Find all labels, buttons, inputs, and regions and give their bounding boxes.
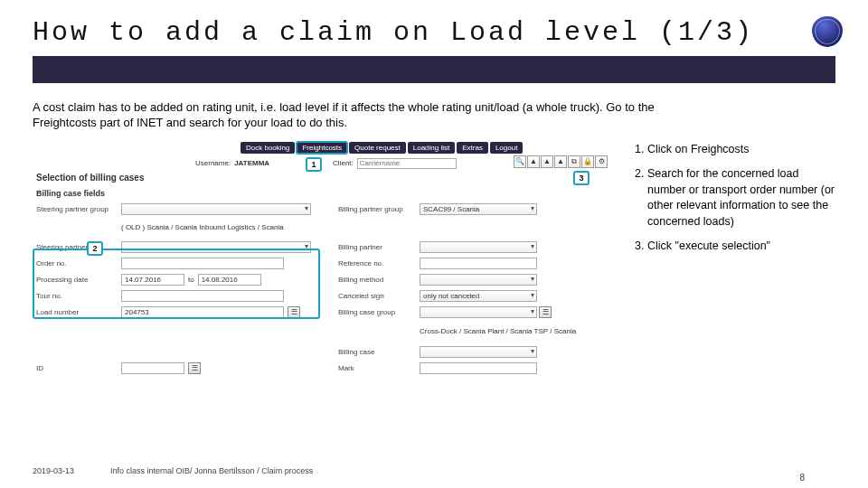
- canceled-sign-label: Canceled sign: [338, 292, 420, 300]
- billing-partner-select[interactable]: [420, 241, 537, 253]
- flag-red-icon[interactable]: ▲: [527, 155, 540, 168]
- billing-partner-label: Billing partner: [338, 243, 420, 251]
- tab-dock-booking[interactable]: Dock booking: [241, 142, 295, 154]
- steering-partner-group-label: Steering partner group: [36, 205, 121, 213]
- instructions-list: Click on Freighcosts Search for the conc…: [627, 142, 835, 377]
- search-icon[interactable]: 🔍: [514, 155, 526, 168]
- tab-logout[interactable]: Logout: [490, 142, 523, 154]
- section-title-fields: Billing case fields: [36, 189, 105, 198]
- steering-partner-group-select[interactable]: [121, 203, 311, 215]
- instruction-3: Click "execute selection": [647, 239, 835, 255]
- section-title-selection: Selection of billing cases: [36, 173, 144, 183]
- copy-icon[interactable]: ⧉: [568, 155, 580, 168]
- id-picker-button[interactable]: ☰: [188, 362, 201, 374]
- page-number: 8: [799, 473, 805, 483]
- instruction-1: Click on Freighcosts: [647, 142, 835, 158]
- slide-footer: 2019-03-13 Info class internal OIB/ Jonn…: [33, 466, 313, 475]
- tab-extras[interactable]: Extras: [457, 142, 488, 154]
- billing-partner-group-label: Billing partner group: [338, 205, 420, 213]
- nav-tabs: Dock booking Freightcosts Quote request …: [241, 142, 523, 154]
- title-accent-bar: [33, 56, 835, 83]
- billing-method-label: Billing method: [338, 276, 420, 284]
- steering-partner-group-value: ( OLD ) Scania / Scania Inbound Logistic…: [121, 224, 284, 232]
- gear-icon[interactable]: ⚙: [595, 155, 608, 168]
- slide-title: How to add a claim on Load level (1/3): [33, 16, 835, 51]
- footer-info: Info class internal OIB/ Jonna Bertilsso…: [110, 466, 313, 475]
- billing-case-group-value: Cross-Dock / Scania Plant / Scania TSP /…: [420, 328, 576, 336]
- client-label: Client:: [333, 159, 354, 167]
- intro-paragraph: A cost claim has to be added on rating u…: [33, 99, 665, 131]
- app-screenshot: Dock booking Freightcosts Quote request …: [33, 142, 611, 377]
- flag-yellow-icon[interactable]: ▲: [541, 155, 553, 168]
- mark-label: Mark: [338, 364, 420, 372]
- tab-freightcosts[interactable]: Freightcosts: [297, 142, 347, 154]
- billing-case-group-select[interactable]: [420, 306, 537, 318]
- tab-quote-request[interactable]: Quote request: [349, 142, 406, 154]
- billing-partner-group-select[interactable]: SCAC99 / Scania: [420, 203, 537, 215]
- billing-case-group-label: Billing case group: [338, 308, 420, 316]
- lock-icon[interactable]: 🔒: [581, 155, 594, 168]
- reference-no-input[interactable]: [420, 258, 537, 269]
- toolbar-icons: 🔍 ▲ ▲ ▲ ⧉ 🔒 ⚙: [514, 155, 608, 168]
- callout-2: 2: [87, 241, 103, 256]
- footer-date: 2019-03-13: [33, 466, 74, 475]
- billing-case-group-picker-button[interactable]: ☰: [539, 306, 552, 318]
- flag-green-icon[interactable]: ▲: [554, 155, 567, 168]
- id-input[interactable]: [121, 362, 184, 374]
- id-label: ID: [36, 364, 121, 372]
- username-label: Username:: [195, 159, 231, 167]
- canceled-sign-select[interactable]: only not canceled: [420, 290, 537, 302]
- callout-2-box: [33, 249, 320, 319]
- username-value: JATEMMA: [234, 159, 269, 167]
- brand-logo: [812, 16, 843, 47]
- reference-no-label: Reference no.: [338, 259, 420, 267]
- billing-case-label: Billing case: [338, 348, 420, 356]
- tab-loading-list[interactable]: Loading list: [408, 142, 455, 154]
- mark-input[interactable]: [420, 362, 537, 374]
- callout-3: 3: [573, 171, 590, 185]
- billing-case-select[interactable]: [420, 346, 537, 358]
- billing-method-select[interactable]: [420, 274, 537, 286]
- client-input[interactable]: [357, 158, 457, 169]
- instruction-2: Search for the concerned load number or …: [647, 166, 835, 230]
